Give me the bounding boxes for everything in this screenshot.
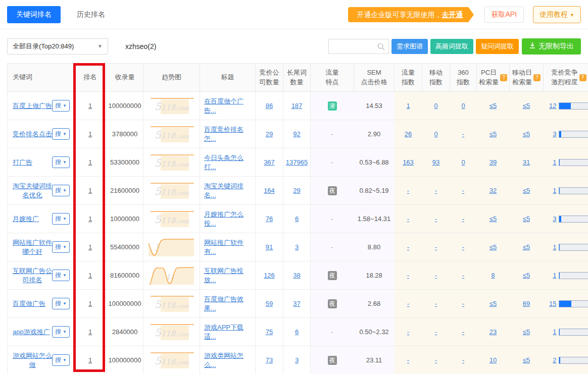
trend-chart[interactable]: 5118.com: [145, 123, 198, 145]
trend-chart[interactable]: 5118.com: [145, 293, 198, 315]
search-input[interactable]: [329, 39, 376, 52]
bid-companies-link[interactable]: 91: [266, 243, 273, 251]
trend-chart[interactable]: 5118.com: [145, 180, 198, 202]
high-frequency-words-button[interactable]: 高频词提取: [430, 39, 473, 54]
search-keyword-button[interactable]: 搜▼: [52, 241, 70, 253]
search-keyword-button[interactable]: 搜▼: [52, 100, 70, 112]
longtail-count-link[interactable]: 3: [295, 356, 299, 364]
search-keyword-button[interactable]: 搜▼: [52, 128, 70, 140]
competition-value-link[interactable]: 15: [548, 300, 557, 307]
mobile-daily-search-link[interactable]: ≤5: [523, 356, 530, 364]
keyword-link[interactable]: 百度上做广告: [13, 101, 52, 111]
search-keyword-button[interactable]: 搜▼: [52, 354, 70, 366]
tab-history-ranking[interactable]: 历史排名: [77, 10, 105, 19]
mobile-daily-search-link[interactable]: ≤5: [523, 130, 530, 138]
index-360-link[interactable]: -: [462, 243, 464, 251]
search-keyword-button[interactable]: 搜▼: [52, 326, 70, 338]
mobile-index-link[interactable]: -: [435, 272, 437, 279]
keyword-link[interactable]: 月嫂推广: [13, 215, 39, 224]
trend-chart[interactable]: 5118.com: [145, 321, 198, 343]
keyword-link[interactable]: app游戏推广: [13, 328, 50, 337]
bid-companies-link[interactable]: 75: [266, 328, 273, 336]
mobile-daily-search-link[interactable]: ≤5: [523, 272, 530, 279]
flow-index-link[interactable]: 26: [405, 130, 412, 138]
mobile-daily-search-link[interactable]: ≤5: [523, 215, 530, 223]
rank-link[interactable]: 1: [88, 243, 92, 251]
mobile-daily-search-link[interactable]: 31: [523, 158, 530, 166]
longtail-count-link[interactable]: 92: [293, 130, 300, 138]
search-keyword-button[interactable]: 搜▼: [52, 185, 70, 196]
keyword-link[interactable]: 打广告: [13, 158, 32, 167]
title-link[interactable]: 互联网广告投放...: [204, 267, 243, 284]
title-link[interactable]: 月嫂推广怎么投...: [204, 210, 243, 227]
pc-daily-search-link[interactable]: ≤5: [489, 300, 497, 307]
pc-daily-search-link[interactable]: 23: [489, 328, 497, 336]
keyword-link[interactable]: 百度做广告: [13, 299, 45, 308]
rank-link[interactable]: 1: [88, 356, 92, 364]
bid-companies-link[interactable]: 76: [266, 215, 273, 223]
mobile-index-link[interactable]: -: [435, 300, 437, 307]
upgrade-link[interactable]: 去开通: [442, 11, 463, 19]
bid-companies-link[interactable]: 29: [266, 130, 273, 138]
mobile-index-link[interactable]: -: [435, 328, 437, 336]
flow-index-link[interactable]: -: [407, 243, 409, 251]
flow-index-link[interactable]: -: [407, 328, 409, 336]
trend-chart[interactable]: 5118.com: [145, 151, 198, 174]
competition-value-link[interactable]: 1: [548, 158, 557, 166]
index-360-link[interactable]: -: [462, 215, 464, 223]
tutorial-button[interactable]: 使用教程▼: [533, 6, 581, 23]
mobile-index-link[interactable]: 0: [434, 102, 437, 110]
flow-index-link[interactable]: -: [407, 300, 409, 307]
index-360-link[interactable]: 0: [461, 102, 465, 110]
question-words-button[interactable]: 疑问词提取: [476, 39, 519, 54]
trend-chart[interactable]: 5118.com: [145, 236, 198, 258]
index-360-link[interactable]: -: [462, 328, 464, 336]
competition-value-link[interactable]: 3: [548, 130, 557, 138]
bid-companies-link[interactable]: 164: [264, 187, 275, 194]
longtail-count-link[interactable]: 29: [293, 187, 300, 194]
competition-value-link[interactable]: 12: [548, 102, 557, 110]
rank-link[interactable]: 1: [88, 130, 92, 138]
mobile-daily-search-link[interactable]: ≤5: [523, 102, 530, 110]
search-keyword-button[interactable]: 搜▼: [52, 298, 70, 309]
title-link[interactable]: 在百度做个广告...: [204, 97, 243, 114]
mobile-index-link[interactable]: 0: [434, 130, 437, 138]
flow-index-link[interactable]: 1: [406, 102, 410, 110]
bid-companies-link[interactable]: 367: [264, 158, 275, 166]
pc-daily-search-link[interactable]: 10: [489, 356, 497, 364]
title-link[interactable]: 淘宝关键词排名...: [204, 182, 243, 199]
pc-daily-search-link[interactable]: 32: [489, 187, 497, 194]
trend-chart[interactable]: 5118.com: [145, 208, 198, 230]
longtail-count-link[interactable]: 37: [293, 300, 300, 307]
mobile-index-link[interactable]: -: [435, 243, 437, 251]
competition-value-link[interactable]: 1: [548, 243, 557, 251]
keyword-link[interactable]: 互联网广告公司排名: [13, 266, 52, 285]
title-link[interactable]: 游戏APP下载适...: [204, 324, 243, 340]
title-link[interactable]: 网站推广软件有...: [204, 239, 243, 255]
pc-daily-search-link[interactable]: ≤5: [489, 102, 497, 110]
mobile-index-link[interactable]: -: [435, 356, 437, 364]
get-api-button[interactable]: 获取API: [484, 7, 524, 23]
keyword-link[interactable]: 游戏网站怎么做: [13, 351, 52, 369]
mobile-index-link[interactable]: 93: [432, 158, 439, 166]
search-keyword-button[interactable]: 搜▼: [52, 156, 70, 168]
title-link[interactable]: 百度竞价排名怎...: [204, 126, 243, 142]
search-keyword-button[interactable]: 搜▼: [52, 213, 70, 225]
index-360-link[interactable]: -: [462, 300, 464, 307]
unlimited-export-button[interactable]: 无限制导出: [522, 38, 581, 55]
longtail-count-link[interactable]: 3: [295, 243, 299, 251]
keyword-link[interactable]: 网站推广软件哪个好: [13, 238, 52, 256]
mobile-daily-search-link[interactable]: ≤5: [523, 328, 530, 336]
index-360-link[interactable]: -: [462, 356, 464, 364]
competition-value-link[interactable]: 1: [548, 272, 557, 279]
competition-value-link[interactable]: 1: [548, 187, 557, 194]
mobile-index-link[interactable]: -: [435, 215, 437, 223]
bid-companies-link[interactable]: 126: [264, 272, 275, 279]
directory-select[interactable]: 全部目录(Top20:849) ▼: [7, 38, 108, 55]
longtail-count-link[interactable]: 187: [291, 102, 303, 110]
rank-link[interactable]: 1: [88, 272, 92, 279]
competition-value-link[interactable]: 2: [548, 356, 557, 364]
rank-link[interactable]: 1: [88, 102, 92, 110]
demand-map-button[interactable]: 需求图谱: [391, 39, 428, 54]
bid-companies-link[interactable]: 73: [266, 356, 273, 364]
